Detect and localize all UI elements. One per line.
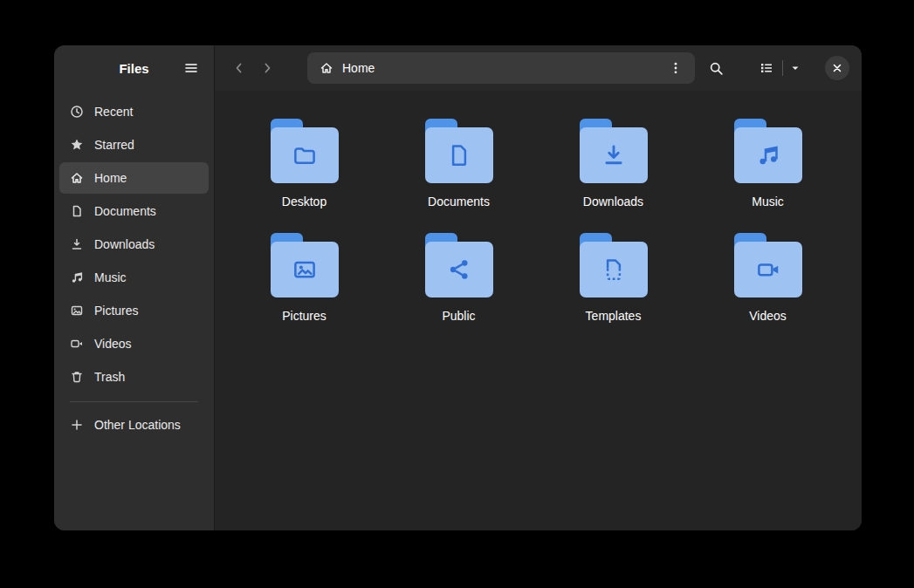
folder-label: Downloads <box>583 195 643 209</box>
sidebar-item-label: Pictures <box>94 304 139 318</box>
search-button[interactable] <box>702 54 730 82</box>
desktop-folder-icon <box>292 142 318 168</box>
sidebar-separator <box>70 401 198 402</box>
folder-icon <box>734 117 802 183</box>
downloads-folder-icon <box>601 142 627 168</box>
sidebar-item-label: Trash <box>94 370 125 384</box>
videos-folder-icon <box>755 256 781 283</box>
folder-icon <box>580 231 648 297</box>
music-folder-icon <box>755 142 781 168</box>
sidebar-item-label: Other Locations <box>94 418 181 432</box>
folder-item-downloads[interactable]: Downloads <box>536 117 691 209</box>
folder-label: Desktop <box>282 195 326 209</box>
main-area: Home <box>215 45 862 530</box>
folder-body <box>734 242 802 297</box>
folder-label: Pictures <box>282 309 326 323</box>
sidebar-item-music[interactable]: Music <box>59 262 209 293</box>
trash-icon <box>70 370 84 384</box>
home-icon <box>70 171 84 185</box>
folder-item-desktop[interactable]: Desktop <box>227 117 381 209</box>
folder-body <box>425 127 493 183</box>
folder-label: Public <box>442 309 475 323</box>
folder-icon <box>271 231 339 297</box>
star-icon <box>70 138 84 152</box>
folder-icon <box>734 231 802 297</box>
folder-label: Music <box>752 195 784 209</box>
sidebar-item-downloads[interactable]: Downloads <box>59 229 209 260</box>
folder-item-music[interactable]: Music <box>691 117 845 209</box>
share-folder-icon <box>446 256 472 283</box>
close-icon <box>832 63 842 73</box>
window-close-button[interactable] <box>825 56 849 80</box>
folder-item-documents[interactable]: Documents <box>381 117 536 209</box>
documents-folder-icon <box>446 142 472 168</box>
folder-body <box>271 127 339 183</box>
recent-icon <box>70 105 84 119</box>
list-view-button[interactable] <box>753 54 780 82</box>
sidebar: Files Recent Starred <box>54 45 215 530</box>
file-view: Desktop Documents <box>215 91 862 530</box>
main-menu-button[interactable] <box>177 54 205 82</box>
folder-body <box>271 242 339 297</box>
home-icon <box>320 61 333 75</box>
sidebar-item-starred[interactable]: Starred <box>59 129 209 161</box>
sidebar-header: Files <box>54 45 214 91</box>
sidebar-item-videos[interactable]: Videos <box>59 328 209 359</box>
pictures-icon <box>70 304 84 318</box>
sidebar-item-label: Videos <box>94 337 132 351</box>
current-location-label: Home <box>342 61 663 75</box>
folder-icon <box>580 117 648 183</box>
sidebar-item-trash[interactable]: Trash <box>59 361 209 393</box>
download-icon <box>70 237 84 251</box>
folder-label: Videos <box>749 309 787 323</box>
view-group-divider <box>782 60 783 76</box>
chevron-right-icon <box>260 61 274 75</box>
search-icon <box>709 61 724 76</box>
folder-body <box>580 242 648 297</box>
sidebar-item-documents[interactable]: Documents <box>59 195 209 227</box>
folder-body <box>425 242 493 297</box>
folder-body <box>734 127 802 183</box>
folder-label: Templates <box>586 309 642 323</box>
sidebar-list: Recent Starred Home Documents <box>54 91 214 442</box>
folder-icon <box>425 231 493 297</box>
forward-button[interactable] <box>253 54 281 82</box>
pictures-folder-icon <box>292 256 318 283</box>
kebab-menu-icon <box>669 61 683 75</box>
plus-icon <box>70 418 84 432</box>
document-icon <box>70 204 84 218</box>
chevron-left-icon <box>232 61 246 75</box>
view-options-dropdown-button[interactable] <box>785 54 806 82</box>
folder-body <box>580 127 648 183</box>
music-icon <box>70 270 84 284</box>
sidebar-item-label: Documents <box>94 204 156 218</box>
sidebar-item-label: Music <box>94 270 127 284</box>
sidebar-item-label: Home <box>94 171 127 185</box>
folder-label: Documents <box>428 195 490 209</box>
sidebar-item-recent[interactable]: Recent <box>59 96 209 127</box>
sidebar-item-home[interactable]: Home <box>59 162 209 194</box>
folder-grid: Desktop Documents <box>227 117 862 345</box>
videos-icon <box>70 337 84 351</box>
templates-folder-icon <box>601 256 627 283</box>
back-button[interactable] <box>225 54 253 82</box>
files-window: Files Recent Starred <box>54 45 862 530</box>
sidebar-item-label: Starred <box>94 138 134 152</box>
path-bar[interactable]: Home <box>307 52 695 84</box>
sidebar-item-pictures[interactable]: Pictures <box>59 295 209 326</box>
location-menu-button[interactable] <box>663 56 688 80</box>
sidebar-item-other-locations[interactable]: Other Locations <box>59 409 209 441</box>
chevron-down-icon <box>790 63 801 73</box>
folder-item-videos[interactable]: Videos <box>691 231 845 323</box>
view-toggle-group <box>753 54 806 82</box>
folder-icon <box>425 117 493 183</box>
sidebar-item-label: Recent <box>94 105 133 119</box>
hamburger-icon <box>184 61 198 75</box>
folder-item-public[interactable]: Public <box>381 231 536 323</box>
folder-item-templates[interactable]: Templates <box>536 231 691 323</box>
folder-item-pictures[interactable]: Pictures <box>227 231 381 323</box>
app-title: Files <box>119 61 148 76</box>
list-view-icon <box>759 61 773 75</box>
sidebar-item-label: Downloads <box>94 237 155 251</box>
folder-icon <box>271 117 339 183</box>
